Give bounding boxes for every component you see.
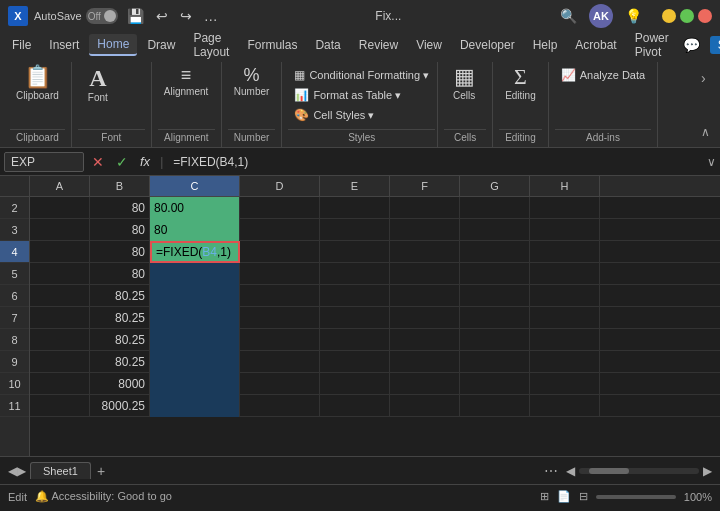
cell-d2[interactable]	[240, 197, 320, 219]
cell-e2[interactable]	[320, 197, 390, 219]
sheet-nav-right[interactable]: ▶	[17, 464, 26, 478]
view-page-icon[interactable]: 📄	[557, 490, 571, 503]
cell-h11[interactable]	[530, 395, 600, 417]
cell-g7[interactable]	[460, 307, 530, 329]
row-header-5[interactable]: 5	[0, 263, 29, 285]
cell-a6[interactable]	[30, 285, 90, 307]
cell-b8[interactable]: 80.25	[90, 329, 150, 351]
cell-a11[interactable]	[30, 395, 90, 417]
share-icon[interactable]: Share	[710, 36, 720, 54]
cell-f3[interactable]	[390, 219, 460, 241]
menu-powerpivot[interactable]: Power Pivot	[627, 28, 677, 62]
cell-b9[interactable]: 80.25	[90, 351, 150, 373]
scroll-bar[interactable]	[579, 468, 699, 474]
cell-e9[interactable]	[320, 351, 390, 373]
lightbulb-btn[interactable]: 💡	[621, 6, 646, 26]
cell-g2[interactable]	[460, 197, 530, 219]
formula-collapse-btn[interactable]: ∨	[707, 155, 716, 169]
row-header-4[interactable]: 4	[0, 241, 29, 263]
cell-f11[interactable]	[390, 395, 460, 417]
cell-h3[interactable]	[530, 219, 600, 241]
cell-f9[interactable]	[390, 351, 460, 373]
cell-h8[interactable]	[530, 329, 600, 351]
cell-f5[interactable]	[390, 263, 460, 285]
col-header-f[interactable]: F	[390, 176, 460, 196]
ribbon-collapse-btn[interactable]: ∧	[697, 121, 714, 143]
cell-d8[interactable]	[240, 329, 320, 351]
cell-d3[interactable]	[240, 219, 320, 241]
row-header-8[interactable]: 8	[0, 329, 29, 351]
cell-b2[interactable]: 80	[90, 197, 150, 219]
formula-input[interactable]: =FIXED(B4,1)	[169, 155, 703, 169]
cell-e11[interactable]	[320, 395, 390, 417]
col-header-a[interactable]: A	[30, 176, 90, 196]
conditional-formatting-btn[interactable]: ▦ Conditional Formatting ▾	[288, 66, 435, 84]
cell-b5[interactable]: 80	[90, 263, 150, 285]
menu-data[interactable]: Data	[307, 35, 348, 55]
cell-d9[interactable]	[240, 351, 320, 373]
row-header-2[interactable]: 2	[0, 197, 29, 219]
cell-c8[interactable]	[150, 329, 240, 351]
search-btn[interactable]: 🔍	[556, 6, 581, 26]
format-as-table-btn[interactable]: 📊 Format as Table ▾	[288, 86, 407, 104]
cell-c7[interactable]	[150, 307, 240, 329]
cell-b6[interactable]: 80.25	[90, 285, 150, 307]
cell-h9[interactable]	[530, 351, 600, 373]
add-sheet-btn[interactable]: +	[91, 463, 111, 479]
sheet-nav-left[interactable]: ◀	[8, 464, 17, 478]
cell-g5[interactable]	[460, 263, 530, 285]
menu-draw[interactable]: Draw	[139, 35, 183, 55]
ribbon-more-btn[interactable]: ›	[697, 66, 714, 90]
cell-c11[interactable]	[150, 395, 240, 417]
cell-a4[interactable]	[30, 241, 90, 263]
col-header-e[interactable]: E	[320, 176, 390, 196]
row-header-11[interactable]: 11	[0, 395, 29, 417]
cell-b10[interactable]: 8000	[90, 373, 150, 395]
col-header-c[interactable]: C	[150, 176, 240, 196]
cell-styles-btn[interactable]: 🎨 Cell Styles ▾	[288, 106, 380, 124]
row-header-6[interactable]: 6	[0, 285, 29, 307]
menu-pagelayout[interactable]: Page Layout	[185, 28, 237, 62]
cell-b3[interactable]: 80	[90, 219, 150, 241]
cell-b11[interactable]: 8000.25	[90, 395, 150, 417]
col-header-b[interactable]: B	[90, 176, 150, 196]
cell-g10[interactable]	[460, 373, 530, 395]
cell-h6[interactable]	[530, 285, 600, 307]
font-btn[interactable]: A Font	[78, 62, 118, 107]
cell-h2[interactable]	[530, 197, 600, 219]
cell-d7[interactable]	[240, 307, 320, 329]
menu-acrobat[interactable]: Acrobat	[567, 35, 624, 55]
cell-e3[interactable]	[320, 219, 390, 241]
undo-btn[interactable]: ↩	[153, 6, 171, 26]
cell-a10[interactable]	[30, 373, 90, 395]
view-break-icon[interactable]: ⊟	[579, 490, 588, 503]
cell-a2[interactable]	[30, 197, 90, 219]
cell-b4[interactable]: 80	[90, 241, 150, 263]
cell-f2[interactable]	[390, 197, 460, 219]
cell-f4[interactable]	[390, 241, 460, 263]
comment-icon[interactable]: 💬	[679, 35, 704, 55]
redo-btn[interactable]: ↪	[177, 6, 195, 26]
cell-a3[interactable]	[30, 219, 90, 241]
cell-e10[interactable]	[320, 373, 390, 395]
name-box[interactable]	[4, 152, 84, 172]
menu-file[interactable]: File	[4, 35, 39, 55]
cell-c4[interactable]: =FIXED(B4,1)	[150, 241, 240, 263]
menu-developer[interactable]: Developer	[452, 35, 523, 55]
sheet-tab-sheet1[interactable]: Sheet1	[30, 462, 91, 479]
zoom-slider[interactable]	[596, 495, 676, 499]
cell-b7[interactable]: 80.25	[90, 307, 150, 329]
menu-insert[interactable]: Insert	[41, 35, 87, 55]
autosave-toggle[interactable]: Off	[86, 8, 118, 24]
cell-h4[interactable]	[530, 241, 600, 263]
cell-g8[interactable]	[460, 329, 530, 351]
scroll-left-icon[interactable]: ◀	[566, 464, 575, 478]
cell-c6[interactable]	[150, 285, 240, 307]
cell-g11[interactable]	[460, 395, 530, 417]
alignment-btn[interactable]: ≡ Alignment	[158, 62, 214, 101]
fx-btn[interactable]: fx	[136, 154, 154, 169]
number-btn[interactable]: % Number	[228, 62, 276, 101]
cell-c3[interactable]: 80	[150, 219, 240, 241]
col-header-g[interactable]: G	[460, 176, 530, 196]
col-header-d[interactable]: D	[240, 176, 320, 196]
